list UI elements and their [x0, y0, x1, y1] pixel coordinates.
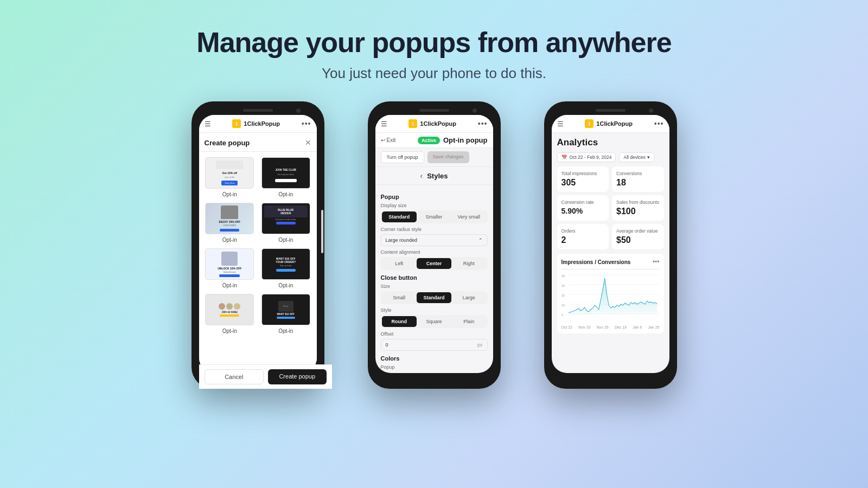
- menu-icon-3[interactable]: ☰: [557, 120, 564, 128]
- device-filter[interactable]: All devices ▾: [619, 152, 654, 162]
- phone-3-camera: [649, 108, 653, 113]
- phone-1-notch: [199, 109, 317, 112]
- template-item-3[interactable]: ENJOY 15% OFF YOUR ORDER Opt-in: [205, 203, 256, 243]
- phones-container: ☰ 1 1ClickPopup ••• Create popup ✕: [192, 101, 677, 389]
- turn-off-popup-button[interactable]: Turn off popup: [381, 151, 424, 163]
- create-popup-button[interactable]: Create popup: [268, 369, 317, 373]
- chevron-down-icon: ▾: [647, 155, 650, 160]
- stat-value-conversion-rate: 5.90%: [561, 207, 605, 215]
- stat-card-avg-order: Average order value $50: [612, 224, 664, 249]
- stat-card-conversions: Conversions 18: [612, 166, 664, 192]
- style-plain-btn[interactable]: Plain: [451, 316, 486, 327]
- date-range-filter[interactable]: 📅 Oct 22 - Feb 9, 2024: [557, 152, 616, 162]
- menu-icon[interactable]: ☰: [205, 120, 211, 128]
- chart-divider: [561, 269, 660, 269]
- size-smaller-btn[interactable]: Smaller: [417, 211, 451, 222]
- style-round-btn[interactable]: Round: [382, 316, 417, 327]
- app-logo-icon-1: 1: [232, 119, 241, 128]
- corner-radius-label: Corner radius style: [381, 227, 488, 232]
- close-icon[interactable]: ✕: [305, 138, 311, 147]
- more-options-icon-3[interactable]: •••: [654, 119, 664, 128]
- content-alignment-control: Left Center Right: [381, 257, 488, 270]
- chart-more-icon[interactable]: •••: [653, 258, 660, 266]
- corner-radius-select[interactable]: Large rounded ⌃: [381, 234, 488, 246]
- close-size-label: Size: [381, 284, 488, 289]
- stat-value-impressions: 305: [561, 178, 605, 188]
- phone-3-app-header: ☰ 1 1ClickPopup •••: [552, 115, 669, 133]
- stats-grid: Total impressions 305 Conversions 18 Con…: [557, 166, 664, 249]
- impressions-chart: 25 20 15 10 5: [561, 273, 660, 322]
- stat-label-sales: Sales from discounts: [616, 200, 660, 205]
- template-item-2[interactable]: JOIN THE CLUB Get exclusive offers Opt-i…: [260, 157, 311, 197]
- close-small-btn[interactable]: Small: [382, 292, 417, 303]
- template-thumb-4: BLUE BLURDESIGN Exclusive member deals: [261, 203, 310, 234]
- offset-input[interactable]: 0 px: [381, 339, 488, 351]
- phone-2-notch: [375, 109, 493, 112]
- app-logo-3: 1 1ClickPopup: [585, 119, 633, 128]
- exit-button[interactable]: ↩ Exit: [381, 137, 396, 143]
- create-popup-footer: Cancel Create popup: [199, 364, 317, 373]
- app-logo-2: 1 1ClickPopup: [409, 119, 456, 128]
- align-center-btn[interactable]: Center: [417, 258, 451, 269]
- stat-label-impressions: Total impressions: [561, 171, 605, 176]
- more-options-icon-2[interactable]: •••: [478, 119, 488, 128]
- size-standard-btn[interactable]: Standard: [382, 211, 417, 222]
- hero-section: Manage your popups from anywhere You jus…: [196, 0, 671, 101]
- phone-3-speaker: [596, 109, 626, 112]
- template-label-7: Opt-in: [222, 328, 237, 334]
- stat-label-conversions: Conversions: [616, 171, 660, 176]
- popup-section-label: Popup: [381, 194, 488, 200]
- align-left-btn[interactable]: Left: [382, 258, 417, 269]
- size-very-small-btn[interactable]: Very small: [451, 211, 486, 222]
- cancel-button[interactable]: Cancel: [205, 369, 264, 373]
- template-label-1: Opt-in: [222, 191, 237, 197]
- phone-1-camera: [296, 108, 301, 113]
- template-item-1[interactable]: Get 10% off your order Shop Now Opt-in: [205, 157, 256, 197]
- svg-text:20: 20: [561, 284, 565, 287]
- more-options-icon-1[interactable]: •••: [302, 119, 311, 128]
- phone-2-camera: [473, 108, 477, 113]
- svg-text:15: 15: [561, 294, 565, 297]
- svg-marker-10: [568, 278, 656, 314]
- styles-nav: ‹ Styles: [375, 167, 493, 185]
- date-filter-row: 📅 Oct 22 - Feb 9, 2024 All devices ▾: [557, 152, 664, 162]
- close-large-btn[interactable]: Large: [451, 292, 486, 303]
- svg-text:10: 10: [561, 304, 565, 307]
- optin-actions-row: Turn off popup Save changes: [375, 148, 493, 167]
- align-right-btn[interactable]: Right: [451, 258, 486, 269]
- calendar-icon: 📅: [561, 155, 567, 160]
- template-item-5[interactable]: UNLOCK 10% OFF Subscribe now Opt-in: [205, 248, 256, 288]
- template-thumb-7: Join us today: [205, 294, 254, 325]
- template-thumb-1: Get 10% off your order Shop Now: [205, 157, 254, 189]
- stat-value-avg-order: $50: [616, 235, 660, 245]
- hero-subtitle: You just need your phone to do this.: [196, 65, 671, 82]
- phone-2-screen: ☰ 1 1ClickPopup ••• ↩ Exit Active Opt-in…: [375, 115, 493, 373]
- stat-card-orders: Orders 2: [557, 224, 609, 249]
- template-item-6[interactable]: WANT $10 OFFYOUR ORDER? Sign up today Op…: [260, 248, 311, 288]
- chart-label-nov10: Nov 10: [578, 325, 590, 329]
- phone-1-screen: ☰ 1 1ClickPopup ••• Create popup ✕: [199, 115, 317, 373]
- display-size-control: Standard Smaller Very small: [381, 210, 488, 223]
- template-item-4[interactable]: BLUE BLURDESIGN Exclusive member deals O…: [260, 203, 311, 243]
- phone-3-notch: [552, 109, 669, 112]
- style-square-btn[interactable]: Square: [417, 316, 451, 327]
- back-arrow-icon[interactable]: ‹: [420, 171, 423, 180]
- template-item-7[interactable]: Join us today Opt-in: [205, 294, 256, 334]
- exit-arrow-icon: ↩: [381, 137, 385, 143]
- create-popup-header: Create popup ✕: [199, 133, 317, 152]
- template-thumb-2: JOIN THE CLUB Get exclusive offers: [261, 157, 310, 189]
- template-label-2: Opt-in: [278, 191, 293, 197]
- content-alignment-label: Content alignment: [381, 249, 488, 255]
- save-changes-button[interactable]: Save changes: [427, 151, 469, 163]
- template-item-8[interactable]: Photo WANT $10 OFF Opt-in: [260, 294, 311, 334]
- create-popup-title: Create popup: [205, 139, 250, 147]
- phone-2-app-header: ☰ 1 1ClickPopup •••: [375, 115, 493, 133]
- phone-1-speaker: [243, 109, 273, 112]
- close-standard-btn[interactable]: Standard: [417, 292, 451, 303]
- template-thumb-6: WANT $10 OFFYOUR ORDER? Sign up today: [261, 248, 310, 280]
- popup-colors-label: Popup: [381, 364, 488, 370]
- app-logo-1: 1 1ClickPopup: [232, 119, 280, 128]
- menu-icon-2[interactable]: ☰: [381, 120, 387, 128]
- analytics-content: Analytics 📅 Oct 22 - Feb 9, 2024 All dev…: [552, 133, 669, 338]
- phone-1: ☰ 1 1ClickPopup ••• Create popup ✕: [192, 101, 324, 389]
